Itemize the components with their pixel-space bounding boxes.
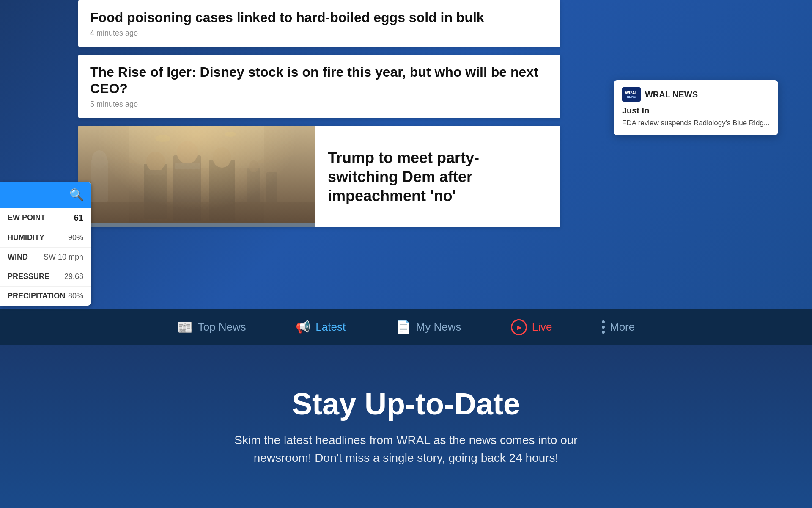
article-time-1: 4 minutes ago	[90, 29, 549, 38]
article-text-section-3: Trump to meet party-switching Dem after …	[315, 126, 560, 227]
weather-row-pressure: PRESSURE 29.68	[0, 267, 91, 287]
weather-label-wind: WIND	[8, 253, 28, 262]
nav-label-top-news: Top News	[198, 320, 246, 334]
svg-rect-9	[144, 164, 167, 219]
promo-subtitle: Skim the latest headlines from WRAL as t…	[224, 431, 588, 467]
svg-point-16	[213, 147, 231, 168]
svg-point-1	[78, 126, 315, 168]
weather-row-humidity: HUMIDITY 90%	[0, 228, 91, 248]
weather-value-precipitation: 80%	[68, 292, 83, 301]
article-title-2: The Rise of Iger: Disney stock is on fir…	[90, 64, 549, 97]
nav-item-top-news[interactable]: 📰 Top News	[160, 320, 263, 334]
weather-row-precipitation: PRECIPITATION 80%	[0, 287, 91, 306]
weather-label-humidity: HUMIDITY	[8, 233, 44, 242]
weather-value-wind: SW 10 mph	[44, 253, 83, 262]
weather-search-bar[interactable]: 🔍	[0, 182, 91, 208]
weather-value-dewpoint: 61	[74, 213, 83, 223]
svg-rect-20	[78, 202, 315, 223]
my-news-icon: 📄	[395, 320, 411, 334]
svg-rect-14	[175, 163, 200, 169]
notification-popup[interactable]: WRAL NEWS WRAL NEWS Just In FDA review s…	[614, 80, 778, 135]
search-icon[interactable]: 🔍	[69, 188, 84, 202]
more-dot-1	[602, 320, 605, 323]
svg-point-13	[177, 141, 198, 164]
notification-text: FDA review suspends Radiology's Blue Rid…	[622, 118, 770, 128]
article-title-1: Food poisoning cases linked to hard-boil…	[90, 9, 549, 25]
live-icon: ▶	[511, 319, 527, 335]
more-icon	[602, 320, 605, 334]
congress-scene	[78, 126, 315, 223]
nav-label-latest: Latest	[315, 320, 346, 334]
weather-panel: 🔍 EW POINT 61 HUMIDITY 90% WIND SW 10 mp…	[0, 182, 91, 306]
more-dot-2	[602, 326, 605, 329]
wral-logo-news: NEWS	[627, 95, 636, 98]
svg-rect-12	[173, 155, 201, 221]
weather-label-precipitation: PRECIPITATION	[8, 292, 65, 301]
svg-rect-15	[209, 160, 235, 221]
svg-marker-2	[78, 126, 315, 168]
svg-point-6	[225, 132, 236, 137]
svg-rect-19	[266, 172, 277, 202]
svg-rect-11	[146, 170, 165, 175]
svg-point-18	[249, 160, 259, 172]
notification-source: WRAL NEWS	[645, 90, 698, 99]
svg-point-8	[92, 150, 107, 169]
nav-label-my-news: My News	[416, 320, 461, 334]
nav-label-more: More	[610, 320, 635, 334]
svg-rect-4	[264, 126, 315, 223]
nav-item-more[interactable]: More	[585, 320, 652, 334]
notification-just-in: Just In	[622, 106, 770, 116]
svg-point-10	[146, 152, 165, 172]
weather-label-dewpoint: EW POINT	[8, 213, 45, 222]
weather-row-dewpoint: EW POINT 61	[0, 208, 91, 228]
promo-title: Stay Up-to-Date	[292, 387, 520, 421]
nav-item-latest[interactable]: 📢 Latest	[279, 320, 362, 334]
weather-value-humidity: 90%	[68, 233, 83, 242]
latest-icon: 📢	[296, 320, 310, 334]
wral-logo-text: WRAL	[625, 91, 638, 95]
svg-rect-7	[91, 160, 108, 202]
svg-rect-17	[247, 168, 260, 202]
nav-item-my-news[interactable]: 📄 My News	[379, 320, 478, 334]
article-title-3: Trump to meet party-switching Dem after …	[328, 148, 548, 205]
weather-value-pressure: 29.68	[64, 272, 83, 281]
nav-bar: 📰 Top News 📢 Latest 📄 My News ▶ Live Mor…	[0, 309, 812, 345]
svg-point-5	[155, 135, 170, 142]
article-card-1[interactable]: Food poisoning cases linked to hard-boil…	[78, 0, 560, 47]
notification-header: WRAL NEWS WRAL NEWS	[622, 87, 770, 102]
promo-section: Stay Up-to-Date Skim the latest headline…	[0, 345, 812, 508]
article-image-3	[78, 126, 315, 227]
weather-row-wind: WIND SW 10 mph	[0, 248, 91, 267]
more-dot-3	[602, 331, 605, 334]
nav-items: 📰 Top News 📢 Latest 📄 My News ▶ Live Mor…	[152, 319, 660, 335]
top-news-icon: 📰	[177, 320, 193, 334]
nav-item-live[interactable]: ▶ Live	[494, 319, 569, 335]
article-card-2[interactable]: The Rise of Iger: Disney stock is on fir…	[78, 55, 560, 118]
weather-label-pressure: PRESSURE	[8, 272, 49, 281]
article-time-2: 5 minutes ago	[90, 100, 549, 109]
nav-label-live: Live	[532, 320, 552, 334]
article-card-3[interactable]: Trump to meet party-switching Dem after …	[78, 126, 560, 227]
svg-rect-0	[78, 126, 315, 223]
wral-logo: WRAL NEWS	[622, 87, 641, 102]
